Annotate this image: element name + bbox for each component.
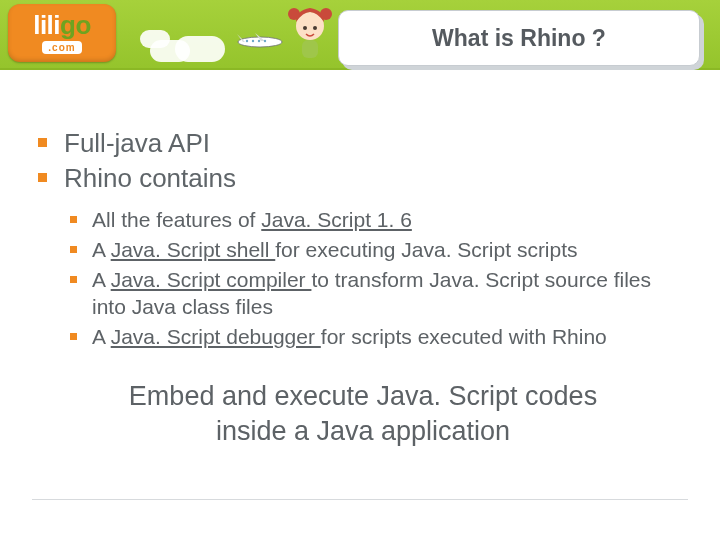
list-item-text: Rhino contains (64, 163, 236, 193)
sub-list-item: A Java. Script debugger for scripts exec… (64, 323, 688, 351)
character-illustration (280, 0, 340, 64)
logo-suffix: .com (42, 41, 81, 54)
list-item-text: Full-java API (64, 128, 210, 158)
text-pre: A (92, 238, 111, 261)
slide-body: Full-java API Rhino contains All the fea… (0, 70, 720, 449)
logo-name-part2: go (60, 10, 91, 40)
sub-list-item: All the features of Java. Script 1. 6 (64, 206, 688, 234)
sub-list-item: A Java. Script compiler to transform Jav… (64, 266, 688, 321)
footer-divider (32, 499, 688, 500)
svg-point-8 (288, 8, 300, 20)
list-item: Full-java API (38, 126, 688, 161)
svg-point-6 (264, 40, 266, 42)
logo-name: liligo (33, 12, 91, 38)
liligo-logo: liligo .com (8, 4, 116, 62)
header-bar: liligo .com What is Rhino ? (0, 0, 720, 70)
summary-line: Embed and execute Java. Script codes (129, 381, 597, 411)
main-list: Full-java API Rhino contains All the fea… (38, 126, 688, 351)
text-pre: A (92, 325, 111, 348)
svg-point-10 (303, 26, 307, 30)
svg-point-4 (252, 40, 254, 42)
text-pre: All the features of (92, 208, 261, 231)
summary-text: Embed and execute Java. Script codes ins… (63, 379, 663, 449)
text-underline: Java. Script debugger (111, 325, 321, 348)
svg-point-3 (246, 40, 248, 42)
text-underline: Java. Script 1. 6 (261, 208, 412, 231)
sub-list: All the features of Java. Script 1. 6 A … (64, 206, 688, 351)
text-post: for executing Java. Script scripts (275, 238, 577, 261)
slide-title: What is Rhino ? (338, 10, 700, 66)
svg-point-11 (313, 26, 317, 30)
svg-point-5 (258, 40, 260, 42)
text-underline: Java. Script compiler (111, 268, 312, 291)
svg-rect-12 (302, 40, 318, 58)
logo-name-part1: lili (33, 10, 60, 40)
text-pre: A (92, 268, 111, 291)
header-illustration (130, 0, 330, 70)
airplane-icon (235, 32, 285, 50)
cloud-shape (140, 30, 170, 48)
text-post: for scripts executed with Rhino (321, 325, 607, 348)
cloud-shape (175, 36, 225, 62)
text-underline: Java. Script shell (111, 238, 276, 261)
svg-point-9 (320, 8, 332, 20)
sub-list-item: A Java. Script shell for executing Java.… (64, 236, 688, 264)
list-item: Rhino contains All the features of Java.… (38, 161, 688, 351)
summary-line: inside a Java application (216, 416, 510, 446)
